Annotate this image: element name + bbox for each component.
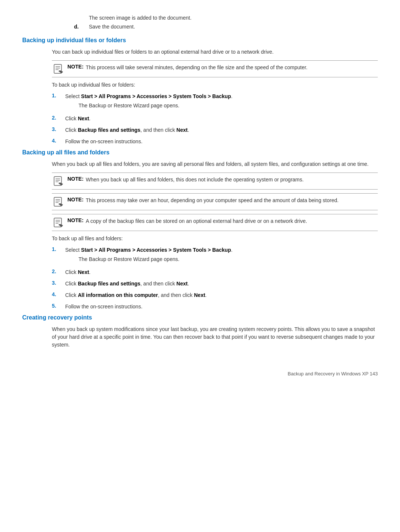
step-number: 3. xyxy=(52,126,65,132)
step-content: Click Next. xyxy=(65,115,90,123)
section1-heading: Backing up individual files or folders xyxy=(22,37,378,44)
section1-subtext: To back up individual files or folders: xyxy=(52,81,378,89)
section3-body: When you back up system modifications si… xyxy=(52,325,378,349)
section2-note2-label: NOTE: xyxy=(67,197,84,203)
step-number: 5. xyxy=(52,303,65,309)
note-icon-2 xyxy=(52,176,65,186)
step-content: Select Start > All Programs > Accessorie… xyxy=(65,93,233,99)
step-number: 1. xyxy=(52,93,65,98)
section2-note3-label: NOTE: xyxy=(67,217,84,223)
section1-step-1: 1. Select Start > All Programs > Accesso… xyxy=(52,93,378,111)
section2-note2-text: This process may take over an hour, depe… xyxy=(86,197,339,204)
intro-screen-text: The screen image is added to the documen… xyxy=(89,15,378,21)
section2-steps: 1. Select Start > All Programs > Accesso… xyxy=(52,246,378,311)
section2-note1-label: NOTE: xyxy=(67,176,84,182)
section1-note1-label: NOTE: xyxy=(67,64,84,70)
section1-step-4: 4. Follow the on-screen instructions. xyxy=(52,138,378,145)
section2-heading: Backing up all files and folders xyxy=(22,149,378,156)
note-icon-1 xyxy=(52,64,65,74)
section1-step-3: 3. Click Backup files and settings, and … xyxy=(52,126,378,134)
section2-step-1: 1. Select Start > All Programs > Accesso… xyxy=(52,246,378,265)
step-number: 2. xyxy=(52,268,65,274)
step-content: Follow the on-screen instructions. xyxy=(65,138,143,145)
step-sub: The Backup or Restore Wizard page opens. xyxy=(79,255,233,263)
step-number: 4. xyxy=(52,291,65,297)
page-content: The screen image is added to the documen… xyxy=(22,15,378,377)
section2-intro: When you back up all files and folders, … xyxy=(52,160,378,168)
section1-note1: NOTE: This process will take several min… xyxy=(52,60,378,77)
section2-step-4: 4. Click All information on this compute… xyxy=(52,291,378,299)
section2-note1: NOTE: When you back up all files and fol… xyxy=(52,173,378,190)
step-d-content: Save the document. xyxy=(89,24,135,30)
step-content: Click Backup files and settings, and the… xyxy=(65,126,189,134)
step-content: Click All information on this computer, … xyxy=(65,291,207,299)
step-sub: The Backup or Restore Wizard page opens. xyxy=(79,102,233,110)
section2-note1-text: When you back up all files and folders, … xyxy=(86,176,304,184)
step-content: Follow the on-screen instructions. xyxy=(65,303,143,311)
section3-heading: Creating recovery points xyxy=(22,314,378,321)
page-footer: Backup and Recovery in Windows XP 143 xyxy=(22,371,378,377)
section2-step-5: 5. Follow the on-screen instructions. xyxy=(52,303,378,311)
section1-steps: 1. Select Start > All Programs > Accesso… xyxy=(52,93,378,145)
step-number: 4. xyxy=(52,138,65,144)
section2-note3: NOTE: A copy of the backup files can be … xyxy=(52,214,378,231)
step-d: d. Save the document. xyxy=(74,24,378,30)
step-number: 1. xyxy=(52,246,65,252)
footer-text: Backup and Recovery in Windows XP 143 xyxy=(288,371,378,377)
section1-body: You can back up individual files or fold… xyxy=(52,48,378,145)
section1-note1-text: This process will take several minutes, … xyxy=(86,64,307,71)
note-icon-4 xyxy=(52,217,65,228)
section2-body: When you back up all files and folders, … xyxy=(52,160,378,311)
step-content: Select Start > All Programs > Accessorie… xyxy=(65,247,233,253)
step-d-label: d. xyxy=(74,24,89,30)
section2-subtext: To back up all files and folders: xyxy=(52,235,378,242)
step-content: Click Backup files and settings, and the… xyxy=(65,280,189,288)
section1-step-2: 2. Click Next. xyxy=(52,115,378,123)
section2-step-3: 3. Click Backup files and settings, and … xyxy=(52,280,378,288)
step-content: Click Next. xyxy=(65,268,90,276)
step-number: 3. xyxy=(52,280,65,286)
section2-step-2: 2. Click Next. xyxy=(52,268,378,276)
section2-note3-text: A copy of the backup files can be stored… xyxy=(86,217,307,225)
section3-intro: When you back up system modifications si… xyxy=(52,325,378,349)
section2-note2: NOTE: This process may take over an hour… xyxy=(52,193,378,210)
section1-intro: You can back up individual files or fold… xyxy=(52,48,378,56)
note-icon-3 xyxy=(52,197,65,207)
step-number: 2. xyxy=(52,115,65,121)
